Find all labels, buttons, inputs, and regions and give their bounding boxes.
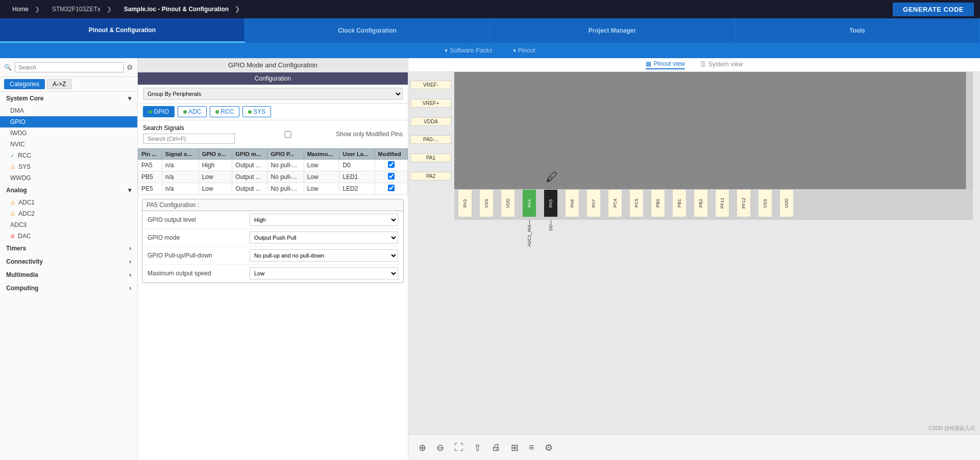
col-gpio-mode[interactable]: GPIO m... — [232, 149, 267, 160]
table-row[interactable]: PE5 n/a Low Output ... No pull-... Low L… — [138, 183, 408, 195]
pin-vss2[interactable]: VSS — [754, 189, 776, 217]
tab-clock-configuration[interactable]: Clock Configuration — [245, 18, 490, 43]
fit-icon[interactable]: ⛶ — [454, 442, 463, 453]
signal-table-container: Pin ... Signal o... GPIO o... GPIO m... … — [138, 148, 408, 195]
sidebar-tab-atoz[interactable]: A->Z — [47, 79, 71, 89]
grid-icon[interactable]: ⊞ — [511, 442, 519, 453]
col-gpio-pull[interactable]: GPIO P... — [267, 149, 304, 160]
sidebar-search-row: 🔍 ⚙ — [0, 58, 137, 77]
pin-pb1[interactable]: PB1 — [669, 189, 690, 217]
sidebar-item-adc1[interactable]: ⚠ADC1 — [0, 197, 137, 208]
pin-pf12[interactable]: PF12 — [733, 189, 754, 217]
filter-row: Group By Peripherals — [138, 85, 408, 104]
group-by-select[interactable]: Group By Peripherals — [143, 88, 403, 100]
generate-code-button[interactable]: GENERATE CODE — [893, 3, 974, 16]
pin-pc4[interactable]: PC4 — [604, 189, 626, 217]
pin-pb0[interactable]: PB0 — [647, 189, 669, 217]
search-input[interactable] — [15, 62, 124, 72]
gpio-config-title: Configuration — [138, 72, 408, 85]
gpio-panel: GPIO Mode and Configuration Configuratio… — [138, 58, 408, 460]
search-signals-input[interactable] — [143, 134, 235, 144]
modified-checkbox[interactable] — [388, 173, 395, 180]
pin-vss1[interactable]: VSS — [476, 189, 497, 217]
pin-pa5[interactable]: PA5 — [540, 189, 561, 217]
export-icon[interactable]: ⇧ — [474, 442, 481, 453]
show-modified-checkbox[interactable] — [242, 131, 334, 138]
pin-pc5[interactable]: PC5 — [626, 189, 647, 217]
category-connectivity[interactable]: Connectivity › — [0, 255, 137, 268]
periph-tab-gpio[interactable]: GPIO — [143, 106, 175, 117]
gpio-output-level-select[interactable]: High Low — [250, 214, 398, 226]
tab-project-manager[interactable]: Project Manager — [490, 18, 735, 43]
pin-pa6[interactable]: PA6 — [561, 189, 583, 217]
main-layout: 🔍 ⚙ Categories A->Z System Core ▾ DMA GP… — [0, 58, 980, 460]
zoom-out-icon[interactable]: ⊖ — [436, 442, 444, 453]
breadcrumb-file[interactable]: Sample.ioc - Pinout & Configuration — [118, 0, 246, 18]
category-analog[interactable]: Analog ▾ — [0, 184, 137, 197]
cell-signal: n/a — [162, 171, 199, 183]
table-row[interactable]: PA5 n/a High Output ... No pull-... Low … — [138, 160, 408, 171]
category-timers[interactable]: Timers › — [0, 242, 137, 255]
modified-checkbox[interactable] — [388, 161, 395, 168]
gpio-pull-select[interactable]: No pull-up and no pull-down Pull-up Pull… — [250, 249, 398, 262]
tab-tools[interactable]: Tools — [735, 18, 980, 43]
sidebar-tab-categories[interactable]: Categories — [4, 79, 45, 89]
category-system-core[interactable]: System Core ▾ — [0, 92, 137, 105]
breadcrumb-mcu[interactable]: STM32F103ZETx — [46, 0, 118, 18]
max-speed-select[interactable]: Low Medium High — [250, 267, 398, 279]
chevron-right-icon: › — [129, 285, 131, 292]
sidebar-item-adc2[interactable]: ⚠ADC2 — [0, 208, 137, 219]
settings-icon[interactable]: ⚙ — [545, 442, 553, 453]
col-gpio-output[interactable]: GPIO o... — [199, 149, 232, 160]
sidebar-item-rcc[interactable]: ✓RCC — [0, 150, 137, 161]
col-signal[interactable]: Signal o... — [162, 149, 199, 160]
sidebar-item-wwdg[interactable]: WWDG — [0, 172, 137, 184]
analog-items: ⚠ADC1 ⚠ADC2 ADC3 ⊘DAC — [0, 197, 137, 242]
col-modified[interactable]: Modified — [375, 149, 407, 160]
periph-tab-sys[interactable]: SYS — [242, 106, 271, 117]
sidebar-item-dma[interactable]: DMA — [0, 105, 137, 116]
pin-pa4[interactable]: PA4 — [519, 189, 540, 217]
breadcrumb-home[interactable]: Home — [6, 0, 46, 18]
pin-pf11[interactable]: PF11 — [712, 189, 733, 217]
pin-pa3[interactable]: PA3 — [454, 189, 476, 217]
pin-vdd2[interactable]: VDD — [776, 189, 797, 217]
gpio-panel-title: GPIO Mode and Configuration — [138, 58, 408, 72]
print-icon[interactable]: 🖨 — [492, 442, 501, 453]
pin-pa7[interactable]: PA7 — [583, 189, 604, 217]
scroll-handle[interactable] — [966, 72, 973, 189]
cell-gpio-output: Low — [199, 183, 232, 195]
category-computing[interactable]: Computing › — [0, 282, 137, 295]
col-user-label[interactable]: User La... — [339, 149, 375, 160]
sidebar-item-dac[interactable]: ⊘DAC — [0, 231, 137, 242]
table-row[interactable]: PB5 n/a Low Output ... No pull-... Low L… — [138, 171, 408, 183]
periph-tab-rcc[interactable]: RCC — [210, 106, 239, 117]
modified-checkbox[interactable] — [388, 185, 395, 191]
sidebar-item-adc3[interactable]: ADC3 — [0, 219, 137, 231]
watermark: CSDN @精通嵌入式 — [928, 425, 975, 432]
sub-tab-pinout[interactable]: Pinout — [513, 47, 535, 54]
tab-pinout-view[interactable]: ▦ Pinout view — [646, 60, 685, 69]
sidebar-item-sys[interactable]: ⚠SYS — [0, 161, 137, 172]
pin-pb2[interactable]: PB2 — [690, 189, 712, 217]
cell-pin: PB5 — [138, 171, 162, 183]
col-max-speed[interactable]: Maximu... — [304, 149, 339, 160]
col-pin[interactable]: Pin ... — [138, 149, 162, 160]
tab-pinout-configuration[interactable]: Pinout & Configuration — [0, 18, 245, 43]
pin-vdd1[interactable]: VDD — [497, 189, 519, 217]
category-multimedia[interactable]: Multimedia › — [0, 268, 137, 282]
cell-signal: n/a — [162, 160, 199, 171]
search-signals-label: Search Signals — [143, 124, 235, 144]
sidebar-item-iwdg[interactable]: IWDG — [0, 127, 137, 139]
sidebar-item-gpio[interactable]: GPIO — [0, 116, 137, 127]
gear-icon[interactable]: ⚙ — [127, 63, 133, 71]
tab-system-view[interactable]: ☰ System view — [700, 61, 743, 69]
config-row-max-speed: Maximum output speed Low Medium High — [142, 265, 403, 283]
cell-modified — [375, 171, 407, 183]
sidebar-item-nvic[interactable]: NVIC — [0, 139, 137, 150]
zoom-in-icon[interactable]: ⊕ — [419, 442, 426, 453]
sub-tab-software-packs[interactable]: Software Packs — [445, 47, 492, 54]
periph-tab-adc[interactable]: ADC — [178, 106, 207, 117]
more-icon[interactable]: ≡ — [529, 442, 534, 453]
gpio-mode-select[interactable]: Output Push Pull Output Open Drain — [250, 232, 398, 244]
